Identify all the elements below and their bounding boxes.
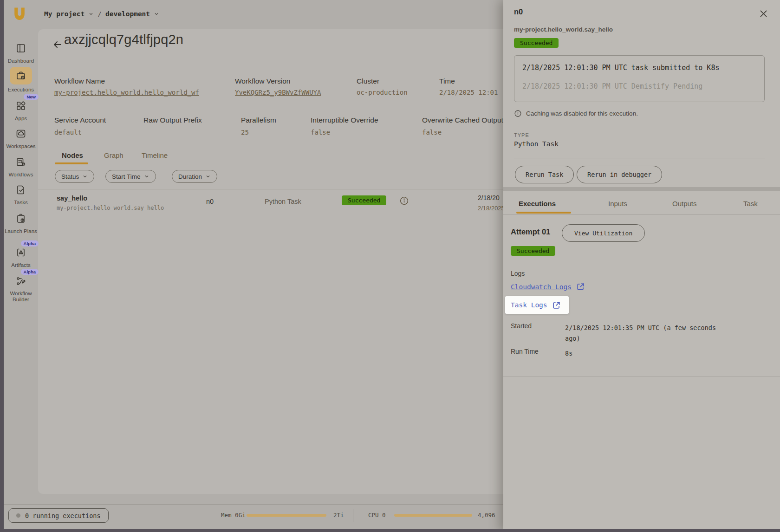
- running-executions-pill[interactable]: 0 running executions: [8, 508, 109, 523]
- cloudwatch-logs-link[interactable]: Cloudwatch Logs: [511, 282, 585, 291]
- sidebar-item-workflows[interactable]: Workflows: [4, 155, 38, 178]
- run-time-label: Run Time: [511, 348, 539, 355]
- sidebar-item-tasks[interactable]: Tasks: [4, 182, 38, 206]
- attempt-title: Attempt 01: [511, 227, 550, 236]
- executions-icon: [15, 70, 26, 81]
- tasks-icon: [15, 184, 26, 195]
- node-type: Python Task: [265, 198, 301, 205]
- meter-separator: [353, 509, 353, 522]
- status-badge: Succeeded: [511, 246, 555, 256]
- domain-selector[interactable]: development: [105, 10, 150, 18]
- apps-icon: [15, 100, 26, 111]
- mem-meter-bar: [247, 514, 326, 517]
- event-log-box: 2/18/2025 12:01:30 PM UTC task submitted…: [514, 55, 765, 102]
- rerun-task-button[interactable]: Rerun Task: [515, 166, 574, 183]
- node-id: n0: [206, 198, 214, 205]
- workflows-icon: [15, 156, 26, 168]
- new-badge: New: [24, 94, 39, 100]
- chevron-down-icon: [144, 174, 150, 179]
- started-label: Started: [511, 322, 532, 330]
- status-badge: Succeeded: [342, 195, 386, 205]
- type-label: TYPE: [514, 132, 529, 138]
- log-line-muted: 2/18/2025 12:01:30 PM UTC Demistify Pend…: [522, 82, 756, 91]
- active-tab-indicator: [516, 212, 571, 214]
- info-icon: [514, 110, 522, 117]
- breadcrumb: My project / development: [44, 10, 159, 18]
- view-utilization-button[interactable]: View Utilization: [562, 224, 645, 242]
- divider: [503, 376, 780, 376]
- node-start-date-sub: 2/18/2025: [478, 205, 505, 212]
- union-logo[interactable]: [11, 6, 28, 22]
- external-link-icon: [552, 301, 561, 310]
- sidebar-item-dashboard[interactable]: Dashboard: [4, 41, 38, 64]
- workflow-version-link[interactable]: YveKQGRz5_y9BWvZfWWUYA: [235, 89, 321, 96]
- node-name[interactable]: say_hello: [57, 195, 87, 202]
- sidebar-item-executions[interactable]: Executions: [4, 67, 38, 93]
- artifacts-icon: [15, 247, 26, 258]
- detail-label: Interruptible Override: [311, 116, 378, 124]
- sidebar-item-workspaces[interactable]: Workspaces: [4, 126, 38, 149]
- info-icon[interactable]: [399, 196, 409, 206]
- detail-label: Parallelism: [241, 116, 276, 124]
- task-logs-link[interactable]: Task Logs: [511, 301, 561, 310]
- divider: [514, 158, 765, 158]
- window-edge-left: [0, 0, 4, 532]
- running-executions-label: 0 running executions: [25, 512, 101, 519]
- project-selector[interactable]: My project: [44, 10, 84, 18]
- node-detail-panel: n0 my-project.hello_world.say_hello Succ…: [503, 0, 780, 532]
- node-start-date: 2/18/20: [478, 194, 500, 201]
- mem-meter-max: 2Ti: [333, 512, 344, 519]
- run-time-value: 8s: [565, 348, 718, 359]
- chevron-down-icon: [82, 174, 88, 179]
- sidebar-item-workflow-builder[interactable]: Alpha Workflow Builder: [4, 273, 38, 303]
- panel-task-path: my-project.hello_world.say_hello: [514, 26, 613, 33]
- sidebar-item-launch-plans[interactable]: Launch Plans: [4, 211, 38, 234]
- rerun-debugger-button[interactable]: Rerun in debugger: [577, 166, 662, 183]
- detail-label: Time: [439, 77, 455, 85]
- detail-label: Raw Output Prefix: [143, 116, 202, 124]
- mem-meter-label: Mem 0Gi: [221, 512, 246, 519]
- detail-label: Overwrite Cached Outputs: [422, 116, 507, 124]
- cpu-meter-label: CPU 0: [368, 512, 386, 519]
- workspaces-icon: [15, 128, 26, 139]
- cpu-meter-bar: [394, 514, 472, 517]
- detail-label: Workflow Version: [235, 77, 290, 85]
- time-value: 2/18/2025 12:01: [439, 89, 498, 96]
- tab-timeline[interactable]: Timeline: [142, 151, 168, 159]
- chevron-down-icon: [205, 174, 211, 179]
- status-dot-icon: [16, 513, 20, 518]
- section-divider-band: [503, 187, 780, 191]
- workflow-name-link[interactable]: my-project.hello_world.hello_world_wf: [54, 89, 199, 96]
- cpu-meter-max: 4,096: [478, 512, 495, 519]
- panel-tab-executions[interactable]: Executions: [519, 200, 556, 208]
- breadcrumb-separator: /: [98, 10, 102, 18]
- panel-tab-inputs[interactable]: Inputs: [608, 200, 627, 208]
- filter-status[interactable]: Status: [55, 170, 94, 183]
- window-edge-bottom: [0, 529, 780, 532]
- filter-duration[interactable]: Duration: [172, 170, 217, 183]
- started-value: 2/18/2025 12:01:35 PM UTC (a few seconds…: [565, 323, 718, 344]
- sidebar-item-artifacts[interactable]: Alpha Artifacts: [4, 245, 38, 268]
- workflow-builder-icon: [15, 275, 26, 286]
- raw-output-prefix-value: –: [143, 129, 147, 136]
- execution-id-title: axzjjcqlq7g4tlfjpq2n: [64, 32, 183, 47]
- tab-graph[interactable]: Graph: [104, 151, 124, 159]
- back-arrow-icon[interactable]: [52, 39, 63, 50]
- service-account-value: default: [54, 129, 82, 136]
- detail-label: Cluster: [357, 77, 379, 85]
- close-icon[interactable]: [759, 9, 768, 19]
- dashboard-icon: [15, 43, 26, 54]
- panel-tab-outputs[interactable]: Outputs: [672, 200, 697, 208]
- overwrite-cached-value: false: [422, 129, 442, 136]
- filter-start-time[interactable]: Start Time: [105, 170, 156, 183]
- caching-note: Caching was disabled for this execution.: [514, 110, 638, 117]
- sidebar-item-apps[interactable]: New Apps: [4, 98, 38, 122]
- node-task-path: my-project.hello_world.say_hello: [57, 205, 164, 211]
- type-value: Python Task: [514, 140, 559, 148]
- panel-tab-task[interactable]: Task: [743, 200, 758, 208]
- log-line: 2/18/2025 12:01:30 PM UTC task submitted…: [522, 64, 756, 72]
- chevron-down-icon[interactable]: [154, 11, 159, 17]
- cluster-value: oc-production: [357, 89, 408, 96]
- chevron-down-icon[interactable]: [88, 11, 94, 17]
- tab-nodes[interactable]: Nodes: [62, 151, 83, 159]
